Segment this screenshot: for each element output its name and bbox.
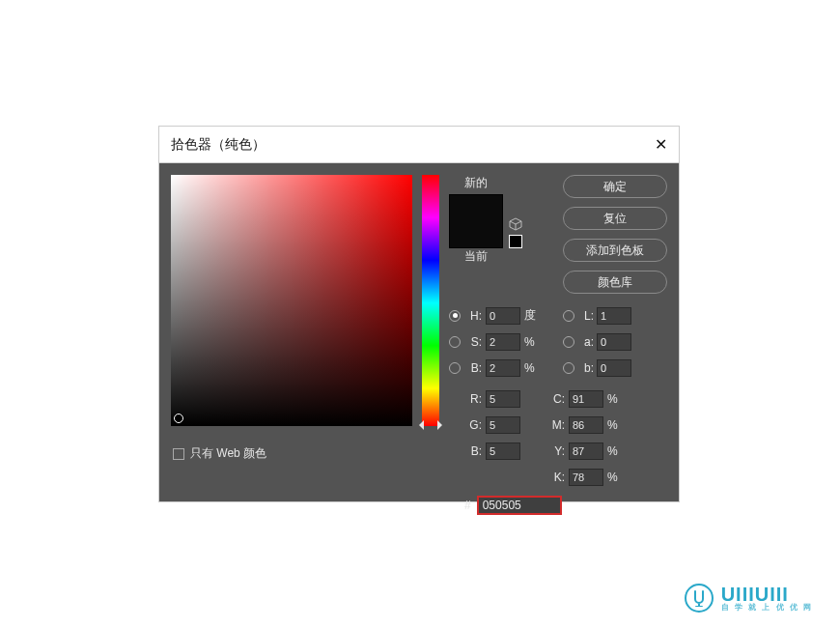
watermark-brand: UIIIUIII 自 学 就 上 优 优 网 <box>685 584 813 613</box>
label-k: K: <box>547 471 565 484</box>
hue-slider[interactable] <box>422 175 439 426</box>
cmyk-column: C: % M: % Y: % <box>547 388 623 490</box>
color-library-button[interactable]: 颜色库 <box>563 271 667 294</box>
input-bv[interactable] <box>486 359 520 377</box>
web-only-row: 只有 Web 颜色 <box>173 445 266 462</box>
cube-icon[interactable] <box>509 217 522 231</box>
preview-swatch[interactable] <box>449 194 503 248</box>
picker-cursor-icon[interactable] <box>174 414 183 423</box>
input-h[interactable] <box>486 307 520 325</box>
hue-handle-left-icon[interactable] <box>414 420 424 430</box>
unit-y: % <box>607 444 623 458</box>
input-c[interactable] <box>569 390 603 408</box>
input-s[interactable] <box>486 333 520 351</box>
label-bc: B: <box>464 444 482 458</box>
lab-column: L: a: b: <box>563 305 631 381</box>
label-y: Y: <box>547 444 565 458</box>
hex-input[interactable] <box>477 496 562 515</box>
unit-m: % <box>607 418 623 432</box>
dialog-body: 新的 当前 确定 复位 添加到色板 颜色库 <box>159 163 679 501</box>
value-fields: H: 度 S: % B: <box>449 305 667 515</box>
hex-row: # <box>449 496 667 515</box>
color-preview: 新的 当前 <box>449 175 503 268</box>
brand-logo-icon <box>685 584 714 613</box>
radio-h[interactable] <box>449 310 461 322</box>
radio-a[interactable] <box>563 336 574 348</box>
add-swatch-button[interactable]: 添加到色板 <box>563 239 667 262</box>
hue-handle-right-icon[interactable] <box>437 420 447 430</box>
brand-sub: 自 学 就 上 优 优 网 <box>721 604 813 612</box>
radio-l[interactable] <box>563 310 574 322</box>
color-picker-dialog: 拾色器（纯色） ✕ 新的 当前 确定 复位 <box>158 126 680 502</box>
new-color-swatch <box>450 195 502 221</box>
button-column: 确定 复位 添加到色板 颜色库 <box>563 175 667 294</box>
label-g: G: <box>464 418 482 432</box>
current-color-swatch <box>450 221 502 247</box>
right-column: 新的 当前 确定 复位 添加到色板 颜色库 <box>449 175 667 490</box>
dialog-title: 拾色器（纯色） <box>171 136 266 154</box>
hex-label: # <box>464 499 471 512</box>
web-only-checkbox[interactable] <box>173 448 184 460</box>
saturation-field[interactable] <box>171 175 412 426</box>
mini-swatch[interactable] <box>509 235 522 248</box>
label-c: C: <box>547 392 565 406</box>
rgb-column: R: G: B: <box>449 388 520 490</box>
input-l[interactable] <box>597 307 631 325</box>
titlebar: 拾色器（纯色） ✕ <box>159 127 679 163</box>
unit-k: % <box>607 471 623 484</box>
hsb-column: H: 度 S: % B: <box>449 305 540 381</box>
ok-button[interactable]: 确定 <box>563 175 667 198</box>
current-color-label: 当前 <box>449 248 503 265</box>
label-l: L: <box>578 309 594 323</box>
input-r[interactable] <box>486 390 520 408</box>
label-s: S: <box>464 335 482 349</box>
label-h: H: <box>464 309 482 323</box>
label-m: M: <box>547 418 565 432</box>
brand-name: UIIIUIII <box>721 585 813 604</box>
input-k[interactable] <box>569 469 603 486</box>
input-g[interactable] <box>486 416 520 434</box>
unit-h: 度 <box>524 307 540 324</box>
close-icon[interactable]: ✕ <box>655 135 667 154</box>
input-a[interactable] <box>597 333 631 351</box>
radio-s[interactable] <box>449 336 461 348</box>
unit-c: % <box>607 392 623 406</box>
radio-lab-b[interactable] <box>563 362 574 374</box>
input-y[interactable] <box>569 442 603 460</box>
input-m[interactable] <box>569 416 603 434</box>
radio-b[interactable] <box>449 362 461 374</box>
unit-bv: % <box>524 361 540 375</box>
label-bv: B: <box>464 361 482 375</box>
new-color-label: 新的 <box>449 175 503 191</box>
input-lab-b[interactable] <box>597 359 631 377</box>
label-a: a: <box>578 335 594 349</box>
reset-button[interactable]: 复位 <box>563 207 667 230</box>
label-r: R: <box>464 392 482 406</box>
label-lab-b: b: <box>578 361 594 375</box>
input-bc[interactable] <box>486 442 520 460</box>
unit-s: % <box>524 335 540 349</box>
web-only-label: 只有 Web 颜色 <box>190 445 266 462</box>
